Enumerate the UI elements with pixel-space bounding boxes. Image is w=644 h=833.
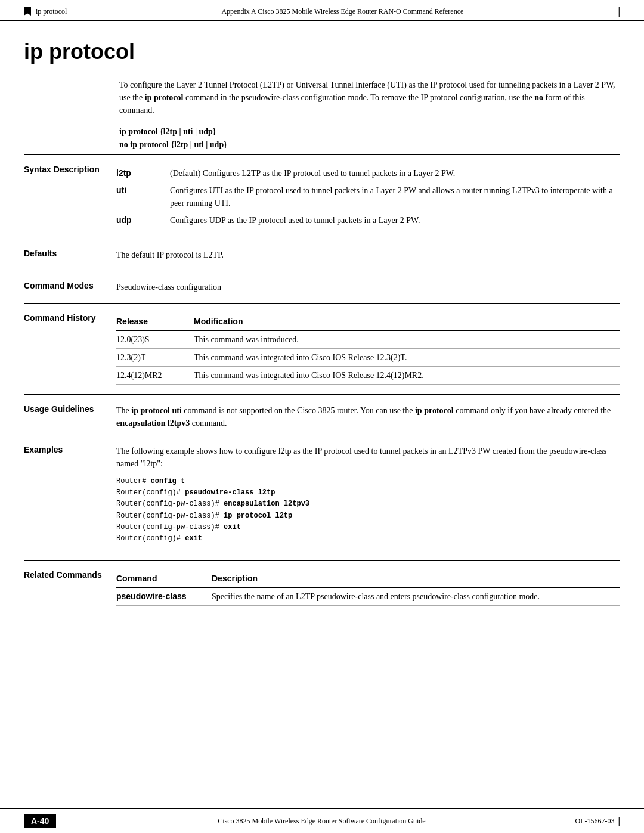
code-line-2: Router(config)# pseudowire-class l2tp: [116, 487, 620, 498]
bookmark-icon: [24, 7, 31, 16]
examples-content: The following example shows how to confi…: [116, 445, 620, 544]
examples-section: Examples The following example shows how…: [24, 439, 620, 554]
syntax-desc-l2tp: (Default) Configures L2TP as the IP prot…: [170, 165, 620, 182]
history-header-row: Release Modification: [116, 313, 620, 331]
defaults-label: Defaults: [24, 249, 116, 261]
syntax-description-section: Syntax Description l2tp (Default) Config…: [24, 154, 620, 239]
history-mod-2: This command was integrated into Cisco I…: [194, 349, 620, 367]
code-block: Router# config t Router(config)# pseudow…: [116, 476, 620, 544]
syntax-table: l2tp (Default) Configures L2TP as the IP…: [116, 165, 620, 229]
command-history-content: Release Modification 12.0(23)S This comm…: [116, 313, 620, 385]
syntax-desc-uti: Configures UTI as the IP protocol used t…: [170, 182, 620, 212]
history-table: Release Modification 12.0(23)S This comm…: [116, 313, 620, 385]
history-release-3: 12.4(12)MR2: [116, 367, 194, 385]
command-modes-content: Pseudowire-class configuration: [116, 281, 620, 293]
history-release-2: 12.3(2)T: [116, 349, 194, 367]
footer-right: OL-15667-03 |: [575, 816, 620, 826]
page-title: ip protocol: [24, 39, 620, 64]
command-syntax-block: ip protocol {l2tp | uti | udp} no ip pro…: [119, 127, 620, 150]
related-col-cmd: Command: [116, 570, 212, 588]
command-modes-label: Command Modes: [24, 281, 116, 293]
syntax-row-l2tp: l2tp (Default) Configures L2TP as the IP…: [116, 165, 620, 182]
history-release-1: 12.0(23)S: [116, 331, 194, 349]
history-mod-3: This command was integrated into Cisco I…: [194, 367, 620, 385]
usage-guidelines-label: Usage Guidelines: [24, 404, 116, 429]
code-line-6: Router(config)# exit: [116, 533, 620, 544]
defaults-section: Defaults The default IP protocol is L2TP…: [24, 239, 620, 271]
page-header: ip protocol Appendix A Cisco 3825 Mobile…: [0, 0, 644, 21]
footer-page-number: A-40: [24, 814, 56, 828]
related-cmd-1: pseudowire-class: [116, 588, 212, 606]
header-bar: |: [618, 6, 620, 17]
related-header-row: Command Description: [116, 570, 620, 588]
code-line-1: Router# config t: [116, 476, 620, 487]
header-command: ip protocol: [36, 7, 67, 16]
syntax-cmd-1: ip protocol {l2tp | uti | udp}: [119, 127, 620, 137]
syntax-term-udp: udp: [116, 212, 170, 229]
footer-title: Cisco 3825 Mobile Wireless Edge Router S…: [68, 817, 575, 826]
syntax-cmd-2: no ip protocol {l2tp | uti | udp}: [119, 140, 620, 150]
examples-label: Examples: [24, 445, 116, 544]
intro-text: To configure the Layer 2 Tunnel Protocol…: [119, 79, 620, 116]
footer-ref: OL-15667-03: [575, 817, 614, 826]
syntax-description-label: Syntax Description: [24, 165, 116, 229]
history-col-mod: Modification: [194, 313, 620, 331]
usage-guidelines-section: Usage Guidelines The ip protocol uti com…: [24, 394, 620, 439]
defaults-content: The default IP protocol is L2TP.: [116, 249, 620, 261]
page-footer: A-40 Cisco 3825 Mobile Wireless Edge Rou…: [0, 808, 644, 833]
related-desc-1: Specifies the name of an L2TP pseudowire…: [212, 588, 620, 606]
code-line-5: Router(config-pw-class)# exit: [116, 522, 620, 533]
command-modes-text: Pseudowire-class configuration: [116, 283, 221, 292]
main-content: ip protocol To configure the Layer 2 Tun…: [0, 21, 644, 633]
related-row-1: pseudowire-class Specifies the name of a…: [116, 588, 620, 606]
history-row-2: 12.3(2)T This command was integrated int…: [116, 349, 620, 367]
code-line-4: Router(config-pw-class)# ip protocol l2t…: [116, 510, 620, 522]
header-right: |: [618, 6, 620, 17]
history-row-3: 12.4(12)MR2 This command was integrated …: [116, 367, 620, 385]
syntax-description-content: l2tp (Default) Configures L2TP as the IP…: [116, 165, 620, 229]
header-title: Appendix A Cisco 3825 Mobile Wireless Ed…: [67, 7, 618, 16]
related-table: Command Description pseudowire-class Spe…: [116, 570, 620, 606]
header-left: ip protocol: [24, 7, 67, 16]
syntax-row-uti: uti Configures UTI as the IP protocol us…: [116, 182, 620, 212]
command-modes-section: Command Modes Pseudowire-class configura…: [24, 271, 620, 303]
usage-text: The ip protocol uti command is not suppo…: [116, 406, 611, 428]
command-history-section: Command History Release Modification 12.…: [24, 303, 620, 394]
examples-intro: The following example shows how to confi…: [116, 445, 620, 470]
syntax-desc-udp: Configures UDP as the IP protocol used t…: [170, 212, 620, 229]
related-col-desc: Description: [212, 570, 620, 588]
syntax-row-udp: udp Configures UDP as the IP protocol us…: [116, 212, 620, 229]
related-commands-label: Related Commands: [24, 570, 116, 606]
code-line-3: Router(config-pw-class)# encapsulation l…: [116, 498, 620, 510]
footer-bar: |: [618, 816, 620, 826]
syntax-term-l2tp: l2tp: [116, 165, 170, 182]
history-col-release: Release: [116, 313, 194, 331]
command-history-label: Command History: [24, 313, 116, 385]
history-row-1: 12.0(23)S This command was introduced.: [116, 331, 620, 349]
syntax-term-uti: uti: [116, 182, 170, 212]
usage-guidelines-content: The ip protocol uti command is not suppo…: [116, 404, 620, 429]
history-mod-1: This command was introduced.: [194, 331, 620, 349]
related-commands-section: Related Commands Command Description pse…: [24, 560, 620, 615]
defaults-text: The default IP protocol is L2TP.: [116, 250, 224, 259]
related-commands-content: Command Description pseudowire-class Spe…: [116, 570, 620, 606]
